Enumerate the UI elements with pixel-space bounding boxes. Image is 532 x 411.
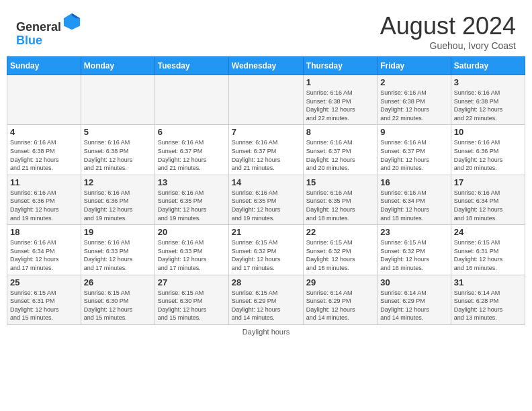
day-number: 14 [232,177,300,187]
day-number: 28 [232,277,300,287]
day-info: Sunrise: 6:16 AM Sunset: 6:37 PM Dayligh… [158,138,226,172]
day-info: Sunrise: 6:16 AM Sunset: 6:37 PM Dayligh… [380,138,447,172]
day-number: 23 [380,227,447,237]
day-info: Sunrise: 6:16 AM Sunset: 6:34 PM Dayligh… [454,189,522,222]
calendar-cell: 19Sunrise: 6:16 AM Sunset: 6:33 PM Dayli… [81,225,154,275]
day-info: Sunrise: 6:16 AM Sunset: 6:36 PM Dayligh… [454,138,522,172]
day-number: 2 [380,77,447,87]
day-header-wednesday: Wednesday [228,57,303,75]
calendar-cell: 5Sunrise: 6:16 AM Sunset: 6:38 PM Daylig… [81,125,154,175]
day-number: 24 [454,227,522,237]
calendar-cell: 17Sunrise: 6:16 AM Sunset: 6:34 PM Dayli… [451,175,525,224]
day-info: Sunrise: 6:15 AM Sunset: 6:32 PM Dayligh… [306,238,374,272]
day-number: 20 [158,227,226,237]
logo-icon [62,12,81,31]
day-number: 21 [232,227,300,237]
calendar-cell: 12Sunrise: 6:16 AM Sunset: 6:36 PM Dayli… [81,175,154,224]
calendar-cell: 31Sunrise: 6:14 AM Sunset: 6:28 PM Dayli… [451,275,525,324]
day-number: 31 [454,277,522,287]
day-number: 11 [10,177,78,187]
week-row-4: 18Sunrise: 6:16 AM Sunset: 6:34 PM Dayli… [7,225,525,275]
day-number: 15 [306,177,374,187]
day-number: 30 [380,277,447,287]
calendar-cell: 14Sunrise: 6:16 AM Sunset: 6:35 PM Dayli… [228,175,303,224]
calendar-cell: 24Sunrise: 6:15 AM Sunset: 6:31 PM Dayli… [451,225,525,275]
day-info: Sunrise: 6:16 AM Sunset: 6:36 PM Dayligh… [10,189,78,222]
calendar-table: SundayMondayTuesdayWednesdayThursdayFrid… [7,56,525,325]
day-info: Sunrise: 6:16 AM Sunset: 6:35 PM Dayligh… [158,189,226,222]
week-row-5: 25Sunrise: 6:15 AM Sunset: 6:31 PM Dayli… [7,275,525,324]
day-info: Sunrise: 6:15 AM Sunset: 6:29 PM Dayligh… [232,289,300,322]
day-info: Sunrise: 6:16 AM Sunset: 6:33 PM Dayligh… [84,238,152,272]
day-header-thursday: Thursday [303,57,377,75]
calendar-cell: 15Sunrise: 6:16 AM Sunset: 6:35 PM Dayli… [303,175,377,224]
day-header-tuesday: Tuesday [154,57,228,75]
day-number: 7 [232,127,300,137]
day-number: 18 [10,227,78,237]
calendar-cell [81,75,154,125]
day-header-monday: Monday [81,57,154,75]
day-header-saturday: Saturday [451,57,525,75]
calendar-wrapper: SundayMondayTuesdayWednesdayThursdayFrid… [0,56,532,325]
day-info: Sunrise: 6:16 AM Sunset: 6:36 PM Dayligh… [84,189,152,222]
calendar-cell [154,75,228,125]
day-info: Sunrise: 6:16 AM Sunset: 6:38 PM Dayligh… [84,138,152,172]
day-info: Sunrise: 6:14 AM Sunset: 6:28 PM Dayligh… [454,289,522,322]
calendar-cell [228,75,303,125]
day-info: Sunrise: 6:15 AM Sunset: 6:31 PM Dayligh… [454,238,522,272]
day-header-friday: Friday [378,57,451,75]
calendar-cell: 16Sunrise: 6:16 AM Sunset: 6:34 PM Dayli… [378,175,451,224]
day-number: 17 [454,177,522,187]
calendar-cell: 1Sunrise: 6:16 AM Sunset: 6:38 PM Daylig… [303,75,377,125]
calendar-cell: 22Sunrise: 6:15 AM Sunset: 6:32 PM Dayli… [303,225,377,275]
calendar-cell: 21Sunrise: 6:15 AM Sunset: 6:32 PM Dayli… [228,225,303,275]
day-number: 19 [84,227,152,237]
day-info: Sunrise: 6:16 AM Sunset: 6:35 PM Dayligh… [232,189,300,222]
calendar-cell: 4Sunrise: 6:16 AM Sunset: 6:38 PM Daylig… [7,125,81,175]
week-row-1: 1Sunrise: 6:16 AM Sunset: 6:38 PM Daylig… [7,75,525,125]
day-info: Sunrise: 6:16 AM Sunset: 6:38 PM Dayligh… [306,89,374,122]
day-number: 3 [454,77,522,87]
title-section: August 2024 Guehou, Ivory Coast [380,12,516,51]
day-info: Sunrise: 6:16 AM Sunset: 6:35 PM Dayligh… [306,189,374,222]
day-number: 29 [306,277,374,287]
calendar-cell: 3Sunrise: 6:16 AM Sunset: 6:38 PM Daylig… [451,75,525,125]
day-number: 22 [306,227,374,237]
day-number: 4 [10,127,78,137]
calendar-cell: 18Sunrise: 6:16 AM Sunset: 6:34 PM Dayli… [7,225,81,275]
day-header-row: SundayMondayTuesdayWednesdayThursdayFrid… [7,57,525,75]
calendar-cell: 2Sunrise: 6:16 AM Sunset: 6:38 PM Daylig… [378,75,451,125]
day-number: 27 [158,277,226,287]
day-info: Sunrise: 6:16 AM Sunset: 6:37 PM Dayligh… [306,138,374,172]
calendar-cell: 27Sunrise: 6:15 AM Sunset: 6:30 PM Dayli… [154,275,228,324]
day-number: 1 [306,77,374,87]
day-info: Sunrise: 6:16 AM Sunset: 6:34 PM Dayligh… [10,238,78,272]
day-info: Sunrise: 6:15 AM Sunset: 6:30 PM Dayligh… [158,289,226,322]
day-info: Sunrise: 6:16 AM Sunset: 6:34 PM Dayligh… [380,189,447,222]
day-number: 16 [380,177,447,187]
day-number: 8 [306,127,374,137]
calendar-cell: 25Sunrise: 6:15 AM Sunset: 6:31 PM Dayli… [7,275,81,324]
day-number: 10 [454,127,522,137]
header: General Blue August 2024 Guehou, Ivory C… [0,0,532,56]
day-info: Sunrise: 6:14 AM Sunset: 6:29 PM Dayligh… [306,289,374,322]
logo-general-text: General [16,20,61,34]
week-row-2: 4Sunrise: 6:16 AM Sunset: 6:38 PM Daylig… [7,125,525,175]
day-number: 12 [84,177,152,187]
day-number: 26 [84,277,152,287]
day-number: 5 [84,127,152,137]
day-info: Sunrise: 6:16 AM Sunset: 6:38 PM Dayligh… [380,89,447,122]
calendar-cell: 7Sunrise: 6:16 AM Sunset: 6:37 PM Daylig… [228,125,303,175]
calendar-cell: 20Sunrise: 6:16 AM Sunset: 6:33 PM Dayli… [154,225,228,275]
day-info: Sunrise: 6:15 AM Sunset: 6:32 PM Dayligh… [232,238,300,272]
daylight-label: Daylight hours [242,328,290,336]
location: Guehou, Ivory Coast [380,40,516,51]
calendar-cell: 9Sunrise: 6:16 AM Sunset: 6:37 PM Daylig… [378,125,451,175]
calendar-cell: 13Sunrise: 6:16 AM Sunset: 6:35 PM Dayli… [154,175,228,224]
day-info: Sunrise: 6:14 AM Sunset: 6:29 PM Dayligh… [380,289,447,322]
calendar-cell: 23Sunrise: 6:15 AM Sunset: 6:32 PM Dayli… [378,225,451,275]
calendar-cell: 28Sunrise: 6:15 AM Sunset: 6:29 PM Dayli… [228,275,303,324]
day-number: 25 [10,277,78,287]
footer: Daylight hours [0,325,532,338]
calendar-cell: 30Sunrise: 6:14 AM Sunset: 6:29 PM Dayli… [378,275,451,324]
